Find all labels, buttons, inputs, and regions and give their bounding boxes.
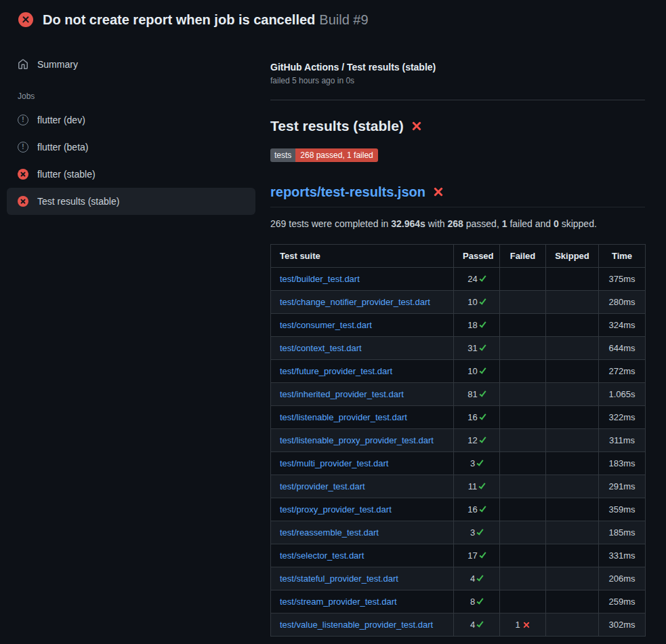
passed-cell: 3 (454, 521, 500, 544)
check-icon (479, 321, 486, 328)
suite-cell: test/value_listenable_provider_test.dart (271, 613, 454, 637)
column-header-test-suite: Test suite (271, 245, 454, 268)
table-row: test/value_listenable_provider_test.dart… (271, 613, 646, 637)
time-cell: 302ms (599, 613, 646, 637)
check-icon (479, 275, 486, 282)
check-icon (479, 482, 486, 489)
sidebar-item-label: flutter (stable) (37, 167, 96, 181)
column-header-time: Time (599, 245, 646, 268)
suite-cell: test/listenable_proxy_provider_test.dart (271, 429, 454, 452)
table-row: test/stream_provider_test.dart 8 259ms (271, 590, 646, 613)
suite-link[interactable]: test/stateful_provider_test.dart (280, 573, 398, 584)
check-icon (477, 597, 484, 605)
suite-link[interactable]: test/change_notifier_provider_test.dart (280, 297, 430, 307)
failed-cell (500, 406, 546, 429)
jobs-section-label: Jobs (7, 78, 255, 106)
suite-link[interactable]: test/value_listenable_provider_test.dart (280, 620, 433, 630)
skipped-cell (546, 567, 599, 590)
suite-link[interactable]: test/selector_test.dart (280, 550, 364, 561)
main-content: GitHub Actions / Test results (stable) f… (264, 35, 666, 644)
check-icon (479, 413, 486, 420)
time-cell: 322ms (599, 406, 646, 429)
table-row: test/reassemble_test.dart 3 185ms (271, 521, 646, 544)
suite-cell: test/future_provider_test.dart (271, 360, 454, 383)
table-row: test/context_test.dart 31 644ms (271, 337, 646, 360)
skipped-cell (546, 613, 599, 637)
failed-cell (500, 314, 546, 337)
suite-link[interactable]: test/provider_test.dart (280, 481, 365, 491)
summary-text: failed and (507, 218, 554, 229)
failed-cell (500, 521, 546, 544)
sidebar-item-test-results-stable[interactable]: Test results (stable) (7, 188, 255, 215)
column-header-passed: Passed (454, 245, 500, 268)
suite-link[interactable]: test/reassemble_test.dart (280, 527, 379, 538)
passed-cell: 4 (454, 567, 500, 590)
passed-cell: 16 (454, 498, 500, 521)
suite-link[interactable]: test/stream_provider_test.dart (280, 597, 397, 607)
sidebar-item-label: flutter (beta) (37, 140, 88, 154)
passed-cell: 17 (454, 544, 500, 567)
x-icon (523, 621, 530, 628)
summary-skipped-count: 0 (554, 218, 559, 229)
suite-link[interactable]: test/future_provider_test.dart (280, 366, 392, 376)
sidebar-item-label: Summary (37, 58, 78, 71)
failed-x-icon (411, 121, 422, 132)
tests-badge: tests 268 passed, 1 failed (270, 148, 378, 162)
suite-cell: test/multi_provider_test.dart (271, 452, 454, 475)
time-cell: 185ms (599, 521, 646, 544)
time-cell: 259ms (599, 590, 646, 613)
table-row: test/inherited_provider_test.dart 81 1.0… (271, 383, 646, 406)
sidebar: Summary Jobs ! flutter (dev) ! flutter (… (0, 35, 264, 215)
failed-cell (500, 498, 546, 521)
report-link[interactable]: reports/test-results.json (270, 184, 425, 200)
check-icon (479, 344, 486, 351)
failed-status-icon (18, 169, 28, 180)
table-row: test/listenable_proxy_provider_test.dart… (271, 429, 646, 452)
suite-link[interactable]: test/listenable_provider_test.dart (280, 412, 407, 422)
failed-cell (500, 590, 546, 613)
table-row: test/provider_test.dart 11 291ms (271, 475, 646, 498)
sidebar-item-flutter-stable[interactable]: flutter (stable) (7, 161, 255, 188)
suite-link[interactable]: test/builder_test.dart (280, 274, 360, 284)
time-cell: 272ms (599, 360, 646, 383)
suite-link[interactable]: test/context_test.dart (280, 343, 362, 353)
table-row: test/proxy_provider_test.dart 16 359ms (271, 498, 646, 521)
run-title: Do not create report when job is cancell… (43, 12, 315, 27)
suite-cell: test/stateful_provider_test.dart (271, 567, 454, 590)
check-icon (477, 459, 484, 466)
time-cell: 291ms (599, 475, 646, 498)
suite-link[interactable]: test/listenable_proxy_provider_test.dart (280, 435, 434, 445)
passed-cell: 11 (454, 475, 500, 498)
check-icon (479, 390, 486, 397)
skipped-cell (546, 291, 599, 314)
sidebar-item-flutter-dev[interactable]: ! flutter (dev) (7, 106, 255, 134)
section-title: Test results (stable) (270, 117, 645, 134)
failed-status-icon (18, 196, 28, 207)
time-cell: 331ms (599, 544, 646, 567)
table-row: test/builder_test.dart 24 375ms (271, 268, 646, 291)
summary-failed-count: 1 (502, 218, 507, 229)
suite-cell: test/inherited_provider_test.dart (271, 383, 454, 406)
passed-cell: 3 (454, 452, 500, 475)
build-number: Build #9 (319, 12, 368, 27)
sidebar-item-summary[interactable]: Summary (7, 51, 255, 78)
summary-text: with (425, 218, 448, 229)
suite-link[interactable]: test/multi_provider_test.dart (280, 458, 388, 468)
suite-link[interactable]: test/consumer_test.dart (280, 320, 372, 330)
suite-cell: test/reassemble_test.dart (271, 521, 454, 544)
suite-link[interactable]: test/proxy_provider_test.dart (280, 504, 392, 515)
skipped-cell (546, 429, 599, 452)
suite-cell: test/context_test.dart (271, 337, 454, 360)
summary-passed-count: 268 (448, 218, 463, 229)
suite-link[interactable]: test/inherited_provider_test.dart (280, 389, 404, 399)
suite-cell: test/provider_test.dart (271, 475, 454, 498)
report-title: reports/test-results.json (270, 184, 645, 207)
table-row: test/future_provider_test.dart 10 272ms (271, 360, 646, 383)
suite-cell: test/builder_test.dart (271, 268, 454, 291)
summary-line: 269 tests were completed in 32.964s with… (270, 217, 645, 230)
sidebar-item-flutter-beta[interactable]: ! flutter (beta) (7, 134, 255, 161)
run-meta: failed 5 hours ago in 0s (270, 76, 645, 85)
table-row: test/selector_test.dart 17 331ms (271, 544, 646, 567)
passed-cell: 16 (454, 406, 500, 429)
failed-cell (500, 429, 546, 452)
